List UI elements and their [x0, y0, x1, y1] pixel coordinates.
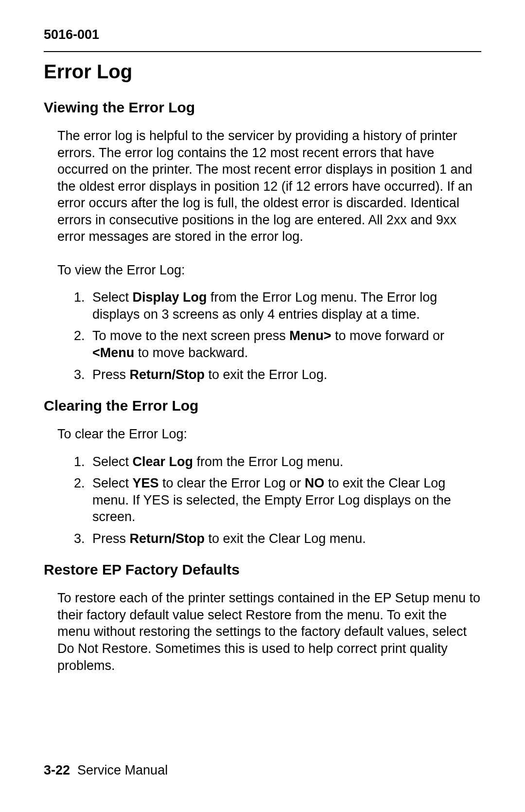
step-text: to exit the Error Log. — [205, 367, 327, 382]
step-bold: Display Log — [133, 290, 207, 305]
viewing-lead: To view the Error Log: — [57, 262, 481, 279]
list-item: To move to the next screen press Menu> t… — [88, 327, 481, 361]
step-text: Select — [92, 454, 133, 469]
section-heading-restore: Restore EP Factory Defaults — [44, 561, 481, 578]
header-rule — [44, 51, 481, 52]
step-text: to move backward. — [134, 345, 248, 360]
list-item: Select YES to clear the Error Log or NO … — [88, 475, 481, 525]
step-text: To move to the next screen press — [92, 328, 289, 343]
list-item: Press Return/Stop to exit the Clear Log … — [88, 530, 481, 547]
page-number: 3-22 — [44, 763, 70, 777]
step-text: to move forward or — [331, 328, 444, 343]
clearing-lead: To clear the Error Log: — [57, 426, 481, 443]
step-bold: Return/Stop — [130, 367, 205, 382]
step-bold: Menu> — [289, 328, 331, 343]
step-text: to clear the Error Log or — [159, 476, 305, 490]
step-text: Select — [92, 476, 133, 490]
section-heading-viewing: Viewing the Error Log — [44, 99, 481, 116]
step-bold: Clear Log — [133, 454, 193, 469]
step-text: Select — [92, 290, 133, 305]
step-text: Press — [92, 531, 130, 546]
step-text: from the Error Log menu. — [193, 454, 343, 469]
document-number: 5016-001 — [44, 27, 481, 42]
viewing-intro-paragraph: The error log is helpful to the servicer… — [57, 127, 481, 245]
list-item: Select Clear Log from the Error Log menu… — [88, 453, 481, 470]
step-bold: YES — [133, 476, 159, 490]
list-item: Press Return/Stop to exit the Error Log. — [88, 366, 481, 383]
restore-paragraph: To restore each of the printer settings … — [57, 590, 481, 674]
page-title: Error Log — [44, 61, 481, 83]
footer-sep — [70, 763, 77, 777]
step-text: Press — [92, 367, 130, 382]
step-text: to exit the Clear Log menu. — [205, 531, 366, 546]
viewing-steps-list: Select Display Log from the Error Log me… — [88, 289, 481, 383]
clearing-steps-list: Select Clear Log from the Error Log menu… — [88, 453, 481, 547]
step-bold: NO — [305, 476, 325, 490]
section-heading-clearing: Clearing the Error Log — [44, 397, 481, 414]
list-item: Select Display Log from the Error Log me… — [88, 289, 481, 323]
page-footer: 3-22 Service Manual — [44, 763, 168, 778]
page: 5016-001 Error Log Viewing the Error Log… — [0, 0, 525, 812]
step-bold: Return/Stop — [130, 531, 205, 546]
step-bold: <Menu — [92, 345, 134, 360]
footer-label: Service Manual — [77, 763, 168, 777]
